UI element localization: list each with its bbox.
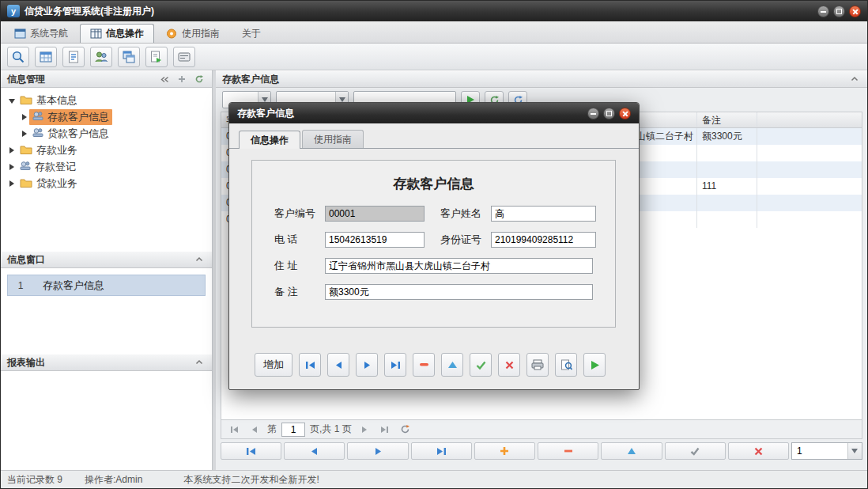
content-panel-title: 存款客户信息 — [222, 73, 279, 86]
help-icon — [166, 28, 178, 39]
collapsed-arrow-icon[interactable] — [20, 130, 29, 138]
preview-button[interactable] — [555, 353, 577, 377]
windows-button[interactable] — [118, 47, 140, 67]
collapsed-arrow-icon[interactable] — [7, 180, 17, 188]
dialog-title-bar[interactable]: 存款客户信息 — [229, 103, 639, 123]
record-first-button[interactable] — [221, 442, 281, 460]
minimize-button[interactable] — [817, 6, 829, 17]
prev-record-button[interactable] — [327, 353, 349, 377]
chevron-up-icon[interactable] — [848, 73, 861, 85]
dialog-tab-operation[interactable]: 信息操作 — [239, 131, 300, 149]
remark-field[interactable] — [325, 284, 593, 300]
dialog-tab-guide[interactable]: 使用指南 — [302, 130, 364, 148]
tab-information-operation[interactable]: 信息操作 — [80, 24, 154, 43]
collapsed-arrow-icon[interactable] — [20, 113, 29, 121]
first-page-button[interactable] — [226, 423, 242, 437]
tree-item-loan-business[interactable]: 贷款业务 — [1, 175, 212, 191]
id-number-field[interactable] — [491, 232, 596, 248]
user-manage-button[interactable] — [90, 47, 112, 67]
search-button[interactable] — [7, 47, 29, 67]
chevron-up-icon[interactable] — [193, 356, 206, 369]
next-record-button[interactable] — [356, 353, 378, 377]
navigation-tree: 基本信息 存款客户信息 贷款客户信息 — [1, 88, 212, 251]
edit-record-button[interactable] — [441, 353, 463, 377]
tree-item-label: 基本信息 — [36, 93, 77, 108]
tab-user-guide[interactable]: 使用指南 — [156, 24, 230, 43]
next-page-button[interactable] — [357, 423, 372, 437]
record-delete-button[interactable] — [538, 442, 598, 460]
cancel-button[interactable] — [498, 353, 520, 377]
print-button[interactable] — [526, 353, 549, 377]
document-button[interactable] — [62, 47, 85, 67]
grid-cell: 111 — [697, 178, 757, 195]
tab-about[interactable]: 关于 — [232, 24, 271, 43]
report-output-title: 报表输出 — [7, 356, 45, 370]
tree-item-deposit-register[interactable]: 存款登记 — [1, 158, 212, 175]
report-output-header: 报表输出 — [1, 354, 212, 371]
tab-label: 信息操作 — [106, 27, 144, 40]
address-label: 住 址 — [274, 259, 319, 273]
record-last-button[interactable] — [411, 442, 472, 460]
add-icon[interactable] — [175, 73, 188, 85]
record-selector[interactable] — [791, 442, 862, 460]
add-button[interactable]: 增加 — [255, 353, 292, 377]
customer-name-field[interactable] — [491, 206, 596, 222]
tree-item-basic-info[interactable]: 基本信息 — [1, 92, 212, 108]
address-field[interactable] — [325, 258, 593, 274]
dialog-maximize-button[interactable] — [603, 108, 615, 119]
execute-button[interactable] — [583, 353, 606, 377]
tree-item-deposit-customer-info[interactable]: 存款客户信息 — [1, 108, 212, 125]
maximize-button[interactable] — [833, 6, 845, 17]
grid-cell — [757, 195, 862, 211]
grid-cell — [697, 145, 757, 161]
info-window-list: 1 存款客户信息 — [1, 268, 212, 354]
close-button[interactable] — [849, 6, 861, 17]
record-selector-input[interactable] — [792, 445, 847, 457]
grid-column-header[interactable] — [757, 112, 862, 127]
check-icon — [690, 447, 700, 456]
up-triangle-icon — [627, 447, 636, 455]
grid-cell — [757, 178, 862, 195]
record-edit-button[interactable] — [601, 442, 662, 460]
info-window-item[interactable]: 1 存款客户信息 — [7, 275, 206, 296]
grid-column-header[interactable]: 备注 — [697, 112, 757, 127]
collapsed-arrow-icon[interactable] — [7, 163, 17, 171]
export-button[interactable] — [145, 47, 168, 67]
record-confirm-button[interactable] — [665, 442, 726, 460]
first-record-button[interactable] — [299, 353, 321, 377]
phone-field[interactable] — [325, 232, 425, 248]
expanded-arrow-icon[interactable] — [7, 97, 17, 104]
reload-icon[interactable] — [398, 423, 413, 437]
record-cancel-button[interactable] — [728, 442, 789, 460]
save-button[interactable] — [470, 353, 492, 377]
tree-item-loan-customer-info[interactable]: 贷款客户信息 — [1, 125, 212, 142]
tree-item-deposit-business[interactable]: 存款业务 — [1, 142, 212, 158]
refresh-icon[interactable] — [193, 73, 206, 85]
dialog-button-bar: 增加 — [255, 353, 606, 377]
tab-system-navigation[interactable]: 系统导航 — [4, 24, 78, 43]
document-icon — [66, 50, 81, 64]
grid-cell — [757, 161, 862, 178]
plus-icon — [500, 446, 509, 456]
last-record-button[interactable] — [384, 353, 406, 377]
last-page-button[interactable] — [377, 423, 393, 437]
collapsed-arrow-icon[interactable] — [7, 146, 17, 154]
record-add-button[interactable] — [474, 442, 535, 460]
chevron-up-icon[interactable] — [193, 253, 206, 266]
record-prev-button[interactable] — [284, 442, 345, 460]
collapse-panel-icon[interactable] — [158, 73, 171, 85]
record-next-button[interactable] — [347, 442, 408, 460]
delete-record-button[interactable] — [413, 353, 435, 377]
customer-id-field[interactable] — [325, 206, 425, 222]
page-number-input[interactable] — [281, 423, 305, 437]
customer-form: 存款客户信息 客户编号 客户姓名 电 话 身份证号 住 址 备 注 — [251, 160, 616, 328]
record-node-icon — [32, 127, 43, 139]
card-button[interactable] — [173, 47, 195, 67]
dialog-close-button[interactable] — [619, 108, 631, 119]
dialog-minimize-button[interactable] — [587, 108, 599, 119]
remark-label: 备 注 — [274, 285, 319, 299]
table-button[interactable] — [35, 47, 57, 67]
tree-item-label: 贷款客户信息 — [47, 127, 109, 141]
prev-page-button[interactable] — [247, 423, 262, 437]
play-icon — [590, 360, 600, 370]
